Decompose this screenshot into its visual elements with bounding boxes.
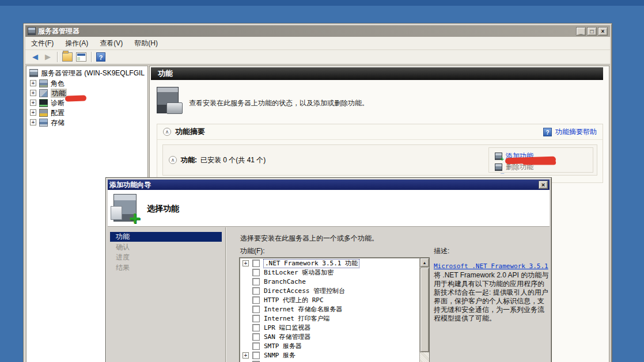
- feature-checkbox[interactable]: [252, 315, 260, 322]
- dialog-close-icon[interactable]: ×: [539, 181, 548, 189]
- feature-label[interactable]: BranchCache: [264, 278, 306, 286]
- storage-icon: [39, 119, 48, 127]
- add-features-wizard-dialog: 添加功能向导 × + 选择功能 功能 确认 进度 结果 选择要安装在此服务器上的…: [105, 177, 552, 362]
- menu-help[interactable]: 帮助(H): [128, 37, 164, 49]
- feature-checkbox[interactable]: [252, 296, 260, 304]
- toolbar-separator: [57, 52, 58, 62]
- tree-item-label: 功能: [51, 89, 67, 98]
- feature-label[interactable]: HTTP 代理上的 RPC: [264, 296, 324, 304]
- feature-checkbox[interactable]: [252, 342, 260, 350]
- summary-help-link[interactable]: 功能摘要帮助: [555, 127, 597, 137]
- feature-row[interactable]: HTTP 代理上的 RPC: [240, 296, 429, 305]
- dialog-header: + 选择功能: [108, 190, 550, 227]
- red-marker-features: [65, 95, 86, 101]
- feature-label[interactable]: Internet 存储命名服务器: [264, 306, 343, 314]
- maximize-button[interactable]: □: [587, 27, 597, 36]
- tree-item-diagnostics[interactable]: + 诊断: [26, 98, 147, 108]
- dialog-page-title: 选择功能: [147, 204, 179, 214]
- help-icon[interactable]: ?: [96, 52, 105, 62]
- feature-label[interactable]: SNMP 服务: [264, 352, 296, 360]
- step-features[interactable]: 功能: [110, 232, 222, 242]
- expand-icon[interactable]: +: [30, 80, 36, 86]
- wizard-steps: 功能 确认 进度 结果: [108, 227, 226, 362]
- window-title-bar[interactable]: 服务器管理器 _ □ ×: [25, 25, 610, 37]
- features-count-label: 功能:: [181, 155, 197, 165]
- feature-label[interactable]: SAN 存储管理器: [264, 333, 311, 341]
- expand-icon[interactable]: +: [30, 109, 36, 116]
- feature-row[interactable]: + .NET Framework 3.5.1 功能: [240, 259, 429, 268]
- feature-checkbox[interactable]: [252, 352, 260, 359]
- roles-icon: [39, 79, 48, 87]
- feature-label[interactable]: DirectAccess 管理控制台: [264, 287, 345, 295]
- tree-root-label: 服务器管理器 (WIN-SK9EQLFGIL: [41, 68, 145, 78]
- feature-checkbox[interactable]: [252, 324, 260, 331]
- features-list-scrollbar[interactable]: ▲: [419, 258, 429, 362]
- minimize-button[interactable]: _: [576, 27, 586, 36]
- tree-item-roles[interactable]: + 角色: [26, 78, 147, 88]
- feature-row[interactable]: Internet 存储命名服务器: [240, 305, 429, 314]
- menu-bar: 文件(F) 操作(A) 查看(V) 帮助(H): [25, 37, 610, 50]
- features-summary-section: ∧ 功能摘要 ? 功能摘要帮助 ∧ 功能: 已安装 0 个(共 41 个) + …: [157, 124, 603, 183]
- tree-root[interactable]: 服务器管理器 (WIN-SK9EQLFGIL: [28, 68, 147, 78]
- help-icon[interactable]: ?: [543, 128, 552, 136]
- add-features-icon: +: [495, 153, 502, 160]
- feature-row[interactable]: BranchCache: [240, 277, 429, 287]
- folder-icon[interactable]: [62, 52, 73, 62]
- feature-checkbox[interactable]: [252, 287, 260, 295]
- feature-row[interactable]: + SNMP 服务: [240, 351, 429, 360]
- dialog-title-bar[interactable]: 添加功能向导 ×: [108, 180, 550, 190]
- back-icon[interactable]: ◀: [29, 51, 41, 63]
- remove-features-icon: _: [495, 163, 502, 171]
- toolbar: ◀ ▶ ?: [25, 50, 610, 64]
- collapse-icon[interactable]: ∧: [169, 156, 177, 164]
- feature-label[interactable]: Internet 打印客户端: [264, 315, 330, 323]
- tree-item-features[interactable]: + 功能: [26, 88, 147, 98]
- forward-icon[interactable]: ▶: [41, 51, 54, 63]
- step-confirmation[interactable]: 确认: [110, 242, 222, 252]
- menu-file[interactable]: 文件(F): [25, 37, 59, 49]
- features-icon: [39, 89, 48, 97]
- feature-checkbox[interactable]: [252, 269, 260, 276]
- expand-icon[interactable]: +: [30, 119, 36, 125]
- window-title: 服务器管理器: [38, 26, 575, 36]
- feature-row[interactable]: LPR 端口监视器: [240, 323, 429, 333]
- feature-checkbox[interactable]: [252, 260, 260, 267]
- feature-label[interactable]: LPR 端口监视器: [264, 324, 311, 332]
- tree-item-label: 角色: [51, 79, 65, 88]
- feature-row[interactable]: BitLocker 驱动器加密: [240, 268, 429, 277]
- dialog-body: 功能 确认 进度 结果 选择要安装在此服务器上的一个或多个功能。 功能(F): …: [108, 227, 550, 362]
- tree-item-label: 存储: [51, 118, 65, 127]
- scrollbar-thumb[interactable]: [420, 268, 429, 352]
- collapse-icon[interactable]: ∧: [163, 128, 171, 136]
- feature-label[interactable]: .NET Framework 3.5.1 功能: [264, 260, 359, 268]
- scroll-up-icon[interactable]: ▲: [420, 258, 429, 267]
- feature-checkbox[interactable]: [252, 333, 260, 341]
- menu-view[interactable]: 查看(V): [94, 37, 128, 49]
- tree-item-storage[interactable]: + 存储: [26, 117, 147, 127]
- step-results[interactable]: 结果: [110, 263, 222, 273]
- feature-checkbox[interactable]: [252, 278, 260, 285]
- description-text: 将 .NET Framework 2.0 API 的功能与用于构建具有以下功能的…: [434, 271, 549, 323]
- add-features-wizard-icon: +: [113, 194, 137, 222]
- close-button[interactable]: ×: [598, 27, 608, 36]
- feature-row[interactable]: SAN 存储管理器: [240, 333, 429, 342]
- feature-row[interactable]: DirectAccess 管理控制台: [240, 287, 429, 296]
- tree-item-configuration[interactable]: + 配置: [26, 108, 147, 117]
- expand-icon[interactable]: +: [30, 90, 36, 96]
- console-window-icon[interactable]: [76, 52, 86, 62]
- feature-label[interactable]: BitLocker 驱动器加密: [264, 269, 334, 277]
- tree-item-label: 诊断: [51, 98, 65, 108]
- menu-action[interactable]: 操作(A): [59, 37, 94, 49]
- feature-row[interactable]: Internet 打印客户端: [240, 314, 429, 323]
- features-list[interactable]: + .NET Framework 3.5.1 功能 BitLocker 驱动器加…: [239, 257, 430, 362]
- expand-icon[interactable]: +: [243, 352, 249, 359]
- features-list-label: 功能(F):: [240, 246, 265, 256]
- description-link[interactable]: Microsoft .NET Framework 3.5.1: [434, 262, 548, 270]
- feature-row[interactable]: SMTP 服务器: [240, 342, 429, 351]
- desktop: 服务器管理器 _ □ × 文件(F) 操作(A) 查看(V) 帮助(H) ◀ ▶…: [0, 0, 644, 362]
- step-progress[interactable]: 进度: [110, 253, 222, 262]
- feature-checkbox[interactable]: [252, 306, 260, 313]
- expand-icon[interactable]: +: [243, 260, 249, 266]
- expand-icon[interactable]: +: [30, 100, 36, 106]
- feature-label[interactable]: SMTP 服务器: [264, 342, 302, 350]
